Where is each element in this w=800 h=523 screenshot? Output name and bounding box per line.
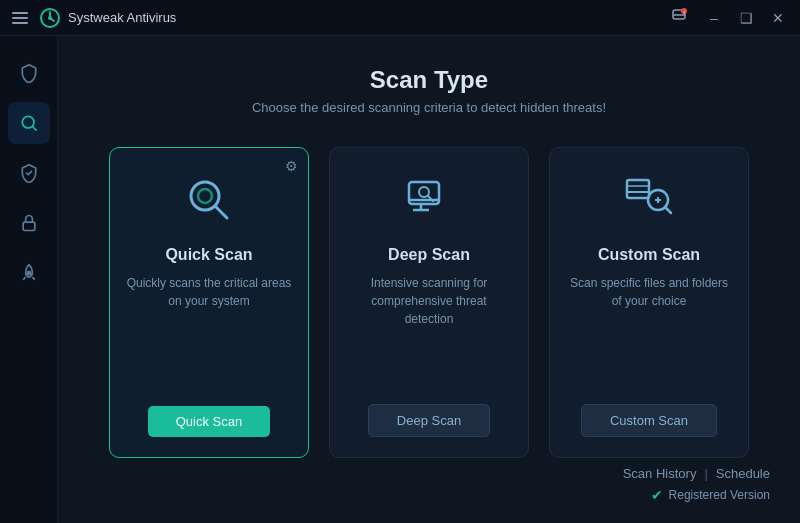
quick-scan-desc: Quickly scans the critical areas on your… (126, 274, 292, 386)
window-controls: 1 – ❑ ✕ (670, 6, 792, 30)
quick-scan-button[interactable]: Quick Scan (148, 406, 270, 437)
registered-label: Registered Version (669, 488, 770, 502)
page-title: Scan Type (88, 66, 770, 94)
page-subtitle: Choose the desired scanning criteria to … (88, 100, 770, 115)
svg-rect-17 (627, 180, 649, 198)
minimize-button[interactable]: – (700, 6, 728, 30)
sidebar-item-privacy[interactable] (8, 202, 50, 244)
app-title: Systweak Antivirus (68, 10, 176, 25)
custom-scan-title: Custom Scan (598, 246, 700, 264)
app-logo (40, 8, 60, 28)
title-bar-left: Systweak Antivirus (8, 8, 176, 28)
custom-scan-desc: Scan specific files and folders of your … (566, 274, 732, 384)
quick-scan-title: Quick Scan (165, 246, 252, 264)
sidebar-item-scan[interactable] (8, 102, 50, 144)
content-area: Scan Type Choose the desired scanning cr… (58, 36, 800, 523)
links-divider: | (704, 466, 707, 481)
sidebar-item-optimizer[interactable] (8, 252, 50, 294)
bottom-links: Scan History | Schedule (623, 466, 770, 481)
deep-scan-desc: Intensive scanning for comprehensive thr… (346, 274, 512, 384)
scan-history-link[interactable]: Scan History (623, 466, 697, 481)
registered-badge: ✔ Registered Version (651, 487, 770, 503)
maximize-button[interactable]: ❑ (732, 6, 760, 30)
sidebar-item-shield[interactable] (8, 52, 50, 94)
svg-point-10 (198, 189, 212, 203)
schedule-link[interactable]: Schedule (716, 466, 770, 481)
svg-rect-6 (23, 222, 35, 230)
hamburger-menu[interactable] (8, 8, 32, 28)
sidebar-item-protection[interactable] (8, 152, 50, 194)
custom-scan-button[interactable]: Custom Scan (581, 404, 717, 437)
registered-check-icon: ✔ (651, 487, 663, 503)
svg-line-9 (215, 206, 227, 218)
deep-scan-title: Deep Scan (388, 246, 470, 264)
quick-scan-icon (177, 168, 241, 232)
svg-point-7 (27, 271, 30, 274)
deep-scan-button[interactable]: Deep Scan (368, 404, 490, 437)
scan-cards-container: ⚙ Quick Scan Quickly scans the critical … (88, 147, 770, 458)
bottom-footer: Scan History | Schedule ✔ Registered Ver… (88, 466, 770, 503)
quick-scan-card[interactable]: ⚙ Quick Scan Quickly scans the critical … (109, 147, 309, 458)
close-button[interactable]: ✕ (764, 6, 792, 30)
title-bar: Systweak Antivirus 1 – ❑ ✕ (0, 0, 800, 36)
deep-scan-card[interactable]: Deep Scan Intensive scanning for compreh… (329, 147, 529, 458)
quick-scan-settings-button[interactable]: ⚙ (285, 158, 298, 174)
custom-scan-icon (617, 168, 681, 232)
notification-badge[interactable]: 1 (670, 7, 688, 29)
page-header: Scan Type Choose the desired scanning cr… (88, 66, 770, 115)
svg-line-21 (665, 207, 671, 213)
custom-scan-card[interactable]: Custom Scan Scan specific files and fold… (549, 147, 749, 458)
svg-point-1 (48, 16, 52, 20)
deep-scan-icon (397, 168, 461, 232)
sidebar (0, 36, 58, 523)
main-layout: Scan Type Choose the desired scanning cr… (0, 36, 800, 523)
